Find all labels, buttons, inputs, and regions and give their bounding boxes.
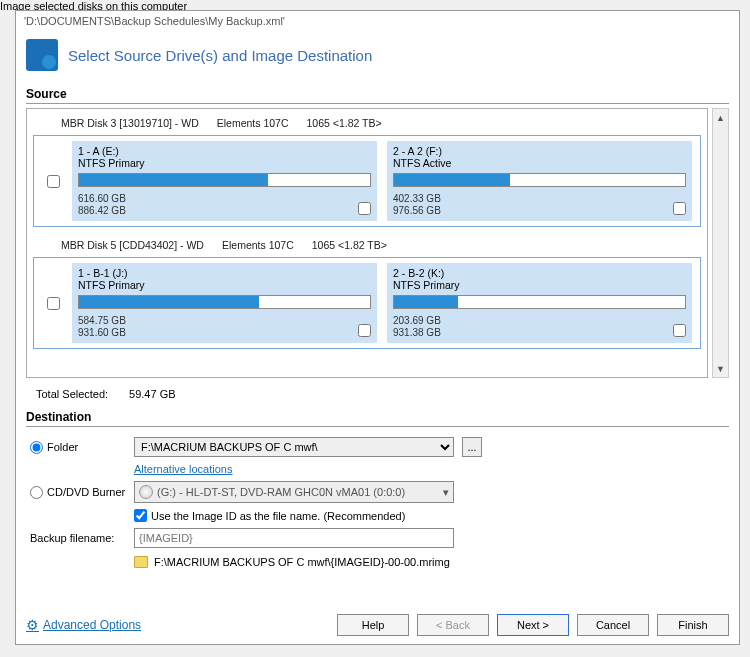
browse-button[interactable]: ...	[462, 437, 482, 457]
partition[interactable]: 2 - B-2 (K:)NTFS Primary203.69 GB931.38 …	[387, 263, 692, 343]
filename-label: Backup filename:	[26, 532, 126, 544]
use-image-id-checkbox[interactable]	[134, 509, 147, 522]
partition-sizes: 203.69 GB931.38 GB	[393, 315, 686, 339]
scroll-up-icon[interactable]: ▲	[713, 109, 728, 126]
scroll-down-icon[interactable]: ▼	[713, 360, 728, 377]
folder-radio[interactable]	[30, 441, 43, 454]
cancel-button[interactable]: Cancel	[577, 614, 649, 636]
folder-radio-text: Folder	[47, 441, 78, 453]
partition-sizes: 616.60 GB886.42 GB	[78, 193, 371, 217]
partition-checkbox[interactable]	[358, 324, 371, 337]
disk-list[interactable]: MBR Disk 3 [13019710] - WDElements 107C1…	[26, 108, 708, 378]
partition-sizes: 584.75 GB931.60 GB	[78, 315, 371, 339]
usage-bar	[393, 173, 686, 187]
partition-type: NTFS Primary	[78, 279, 371, 291]
wizard-dialog: 'D:\DOCUMENTS\Backup Schedules\My Backup…	[15, 10, 740, 645]
destination-section: Destination Folder F:\MACRIUM BACKUPS OF…	[16, 408, 739, 568]
partition-title: 2 - B-2 (K:)	[393, 267, 686, 279]
partition-checkbox[interactable]	[673, 202, 686, 215]
cd-radio-text: CD/DVD Burner	[47, 486, 125, 498]
advanced-options-link[interactable]: ⚙ Advanced Options	[26, 617, 141, 633]
header-title: Select Source Drive(s) and Image Destina…	[68, 47, 372, 64]
partition-title: 2 - A 2 (F:)	[393, 145, 686, 157]
cd-radio[interactable]	[30, 486, 43, 499]
advanced-options-text: Advanced Options	[43, 618, 141, 632]
usage-bar	[393, 295, 686, 309]
partition-type: NTFS Active	[393, 157, 686, 169]
usage-bar	[78, 295, 371, 309]
sliders-icon: ⚙	[26, 617, 39, 633]
finish-button[interactable]: Finish	[657, 614, 729, 636]
disk-body: 1 - B-1 (J:)NTFS Primary584.75 GB931.60 …	[33, 257, 701, 349]
scrollbar[interactable]: ▲ ▼	[712, 108, 729, 378]
disk-checkbox[interactable]	[47, 175, 60, 188]
total-label: Total Selected:	[36, 388, 126, 400]
dialog-footer: ⚙ Advanced Options Help < Back Next > Ca…	[16, 605, 739, 644]
dialog-header: Select Source Drive(s) and Image Destina…	[16, 31, 739, 85]
next-button[interactable]: Next >	[497, 614, 569, 636]
help-button[interactable]: Help	[337, 614, 409, 636]
disk-body: 1 - A (E:)NTFS Primary616.60 GB886.42 GB…	[33, 135, 701, 227]
disk-block: MBR Disk 3 [13019710] - WDElements 107C1…	[33, 111, 701, 227]
alternative-locations-link[interactable]: Alternative locations	[134, 463, 232, 475]
disk-checkbox[interactable]	[47, 297, 60, 310]
partition-checkbox[interactable]	[673, 324, 686, 337]
source-section: Source MBR Disk 3 [13019710] - WDElement…	[16, 85, 739, 408]
total-value: 59.47 GB	[129, 388, 175, 400]
disk-block: MBR Disk 5 [CDD43402] - WDElements 107C1…	[33, 233, 701, 349]
destination-label: Destination	[26, 408, 729, 427]
hdd-icon	[26, 39, 58, 71]
folder-path-select[interactable]: F:\MACRIUM BACKUPS OF C mwf\	[134, 437, 454, 457]
full-backup-path: F:\MACRIUM BACKUPS OF C mwf\{IMAGEID}-00…	[154, 556, 450, 568]
usage-bar	[78, 173, 371, 187]
disk-header: MBR Disk 5 [CDD43402] - WDElements 107C1…	[33, 233, 701, 257]
folder-radio-label[interactable]: Folder	[26, 441, 126, 454]
partition-type: NTFS Primary	[78, 157, 371, 169]
filename-input[interactable]	[134, 528, 454, 548]
folder-icon	[134, 556, 148, 568]
partition-sizes: 402.33 GB976.56 GB	[393, 193, 686, 217]
burner-select[interactable]: (G:) - HL-DT-ST, DVD-RAM GHC0N vMA01 (0:…	[134, 481, 454, 503]
partition-title: 1 - B-1 (J:)	[78, 267, 371, 279]
source-label: Source	[26, 85, 729, 104]
disk-header: MBR Disk 3 [13019710] - WDElements 107C1…	[33, 111, 701, 135]
dialog-titlebar: 'D:\DOCUMENTS\Backup Schedules\My Backup…	[16, 11, 739, 31]
partition-title: 1 - A (E:)	[78, 145, 371, 157]
disc-icon	[139, 485, 153, 499]
back-button: < Back	[417, 614, 489, 636]
burner-value: (G:) - HL-DT-ST, DVD-RAM GHC0N vMA01 (0:…	[157, 486, 405, 498]
partition[interactable]: 1 - A (E:)NTFS Primary616.60 GB886.42 GB	[72, 141, 377, 221]
use-image-id-label: Use the Image ID as the file name. (Reco…	[151, 510, 405, 522]
partition-type: NTFS Primary	[393, 279, 686, 291]
partition[interactable]: 1 - B-1 (J:)NTFS Primary584.75 GB931.60 …	[72, 263, 377, 343]
cd-radio-label[interactable]: CD/DVD Burner	[26, 486, 126, 499]
partition[interactable]: 2 - A 2 (F:)NTFS Active402.33 GB976.56 G…	[387, 141, 692, 221]
total-selected: Total Selected: 59.47 GB	[26, 378, 729, 408]
partition-checkbox[interactable]	[358, 202, 371, 215]
